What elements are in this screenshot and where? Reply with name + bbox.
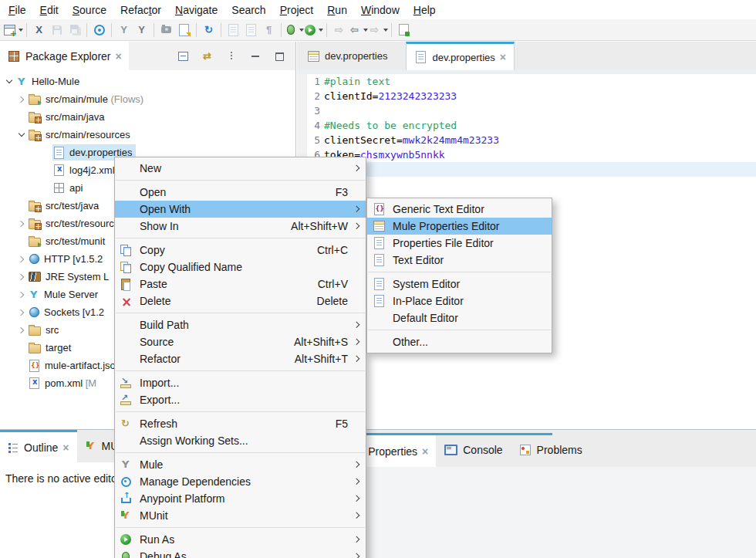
submenu-item-mule-properties-editor[interactable]: Mule Properties Editor [367, 218, 552, 235]
tree-item-row[interactable]: Sockets [v1.2 [28, 304, 108, 320]
menu-item-open[interactable]: OpenF3 [115, 184, 366, 201]
menu-item-munit[interactable]: MUnit [115, 507, 366, 524]
menubar-item-project[interactable]: Project [273, 2, 321, 19]
expander-open-icon[interactable] [3, 76, 15, 88]
menu-item-refactor[interactable]: RefactorAlt+Shift+T [115, 350, 366, 367]
menu-item-new[interactable]: New [115, 160, 366, 177]
menu-item-delete[interactable]: DeleteDelete [115, 293, 366, 309]
menubar-item-help[interactable]: Help [407, 2, 443, 19]
tree-item-row[interactable]: pom.xml [M [28, 375, 100, 391]
view-menu-button[interactable] [222, 47, 240, 66]
bottom-right-tab-console[interactable]: Console [436, 433, 510, 467]
tab-package-explorer[interactable]: Package Explorer [0, 42, 129, 70]
tree-item-row[interactable]: HTTP [v1.5.2 [28, 251, 106, 267]
expander-closed-icon[interactable] [15, 93, 28, 106]
tree-item-src-main-resources[interactable]: src/main/resources [0, 126, 295, 144]
export-diagram-button[interactable] [175, 21, 193, 39]
tree-item-hello-mule[interactable]: Hello-Mule [0, 73, 295, 90]
exchange-button[interactable]: X [30, 21, 48, 39]
tree-item-row[interactable]: JRE System L [28, 269, 113, 285]
submenu-item-default-editor[interactable]: Default Editor [367, 309, 552, 326]
expander-closed-icon[interactable] [15, 271, 28, 283]
debug-button[interactable] [285, 21, 304, 39]
menubar-item-edit[interactable]: Edit [33, 2, 66, 19]
submenu-item-properties-file-editor[interactable]: Properties File Editor [367, 235, 552, 252]
submenu-item-generic-text-editor[interactable]: Generic Text Editor [367, 201, 552, 218]
menu-item-debug-as[interactable]: Debug As [115, 548, 366, 558]
run-button[interactable] [304, 21, 323, 39]
menubar-item-navigate[interactable]: Navigate [168, 2, 224, 19]
tree-item-src-main-mule[interactable]: src/main/mule (Flows) [0, 90, 295, 108]
link-with-editor-button[interactable]: ⇄ [198, 47, 216, 66]
anypoint-home-button[interactable] [90, 21, 108, 39]
submenu-item-other[interactable]: Other... [367, 333, 552, 350]
menubar-item-window[interactable]: Window [354, 2, 407, 19]
menu-item-copy-qualified-name[interactable]: Copy Qualified Name [115, 259, 366, 276]
snapshot-button[interactable] [157, 21, 175, 39]
menubar-item-source[interactable]: Source [66, 2, 113, 19]
menu-item-copy[interactable]: CopyCtrl+C [115, 242, 366, 259]
tree-item-row[interactable]: Mule Server [28, 286, 102, 303]
bottom-right-tab-problems[interactable]: Problems [511, 433, 590, 467]
submenu-item-in-place-editor[interactable]: In-Place Editor [367, 293, 552, 309]
menubar-item-file[interactable]: File [2, 2, 33, 19]
menu-item-paste[interactable]: PasteCtrl+V [115, 276, 366, 293]
menu-item-show-in[interactable]: Show InAlt+Shift+W [115, 218, 366, 235]
submenu-item-system-editor[interactable]: System Editor [367, 276, 552, 293]
tree-item-row[interactable]: src/test/java [28, 198, 103, 214]
editor-tab-dev-properties[interactable]: dev.properties [299, 42, 395, 70]
menubar-item-search[interactable]: Search [224, 2, 272, 19]
menu-item-source[interactable]: SourceAlt+Shift+S [115, 333, 366, 350]
menu-item-open-with[interactable]: Open With [115, 201, 366, 218]
dropdown-arrow-icon[interactable] [19, 29, 23, 32]
tree-item-row[interactable]: src/main/resources [28, 127, 134, 143]
tree-item-src-main-java[interactable]: src/main/java [0, 108, 295, 126]
tree-item-row[interactable]: Hello-Mule [15, 73, 83, 90]
menu-item-import[interactable]: Import... [115, 374, 366, 391]
tree-item-row[interactable]: mule-artifact.json [28, 357, 125, 374]
collapse-all-button[interactable] [174, 47, 192, 66]
menubar-item-run[interactable]: Run [320, 2, 354, 19]
expander-closed-icon[interactable] [15, 324, 28, 336]
close-icon[interactable] [500, 52, 506, 62]
menu-item-manage-dependencies[interactable]: Manage Dependencies [115, 473, 366, 490]
close-icon[interactable] [116, 52, 122, 61]
menu-item-run-as[interactable]: Run As [115, 531, 366, 548]
deploy-to-runtime-button[interactable]: Y [133, 21, 150, 39]
tree-item-row[interactable]: target [28, 340, 75, 356]
menu-item-mule[interactable]: Mule [115, 456, 366, 473]
back-button[interactable]: ⇦ [348, 21, 368, 39]
show-whitespace-button[interactable]: ¶ [260, 21, 278, 39]
tree-item-row[interactable]: api [52, 180, 86, 196]
menu-item-assign-working-sets[interactable]: Assign Working Sets... [115, 432, 366, 449]
submenu-item-text-editor[interactable]: Text Editor [367, 252, 552, 269]
menubar-item-refactor[interactable]: Refactor [113, 2, 168, 19]
editor-tab-dev-properties-active[interactable]: dev.properties [406, 42, 515, 70]
mule-project-button[interactable]: Y [115, 21, 133, 39]
menu-item-build-path[interactable]: Build Path [115, 316, 366, 333]
tree-item-row[interactable]: src/test/munit [28, 233, 109, 249]
minimize-button[interactable] [246, 47, 264, 66]
new-wizard-button[interactable] [3, 21, 23, 39]
dropdown-arrow-icon[interactable] [383, 29, 388, 32]
tree-item-row[interactable]: log4j2.xml [52, 162, 119, 178]
tree-item-row[interactable]: src [28, 322, 62, 338]
restart-button[interactable]: ↻ [200, 21, 218, 39]
tree-item-row[interactable]: src/main/mule (Flows) [28, 91, 147, 107]
maximize-button[interactable] [270, 47, 288, 66]
dropdown-arrow-icon[interactable] [319, 29, 323, 32]
expander-closed-icon[interactable] [15, 218, 28, 230]
menu-item-export[interactable]: Export... [115, 391, 366, 408]
expander-closed-icon[interactable] [15, 253, 28, 265]
expander-open-icon[interactable] [15, 129, 28, 141]
tree-item-row[interactable]: src/test/resources [28, 215, 129, 232]
close-icon[interactable] [422, 447, 428, 456]
expander-closed-icon[interactable] [15, 289, 28, 301]
open-new-editor-button[interactable] [395, 21, 413, 39]
close-icon[interactable] [62, 443, 69, 452]
menu-item-refresh[interactable]: RefreshF5 [115, 415, 366, 432]
last-edit-location-button[interactable]: ⇨ [330, 21, 348, 39]
tree-item-row[interactable]: src/main/java [28, 109, 109, 125]
bottom-left-tab-outline[interactable]: Outline [0, 430, 77, 462]
menu-item-anypoint-platform[interactable]: Anypoint Platform [115, 490, 366, 507]
